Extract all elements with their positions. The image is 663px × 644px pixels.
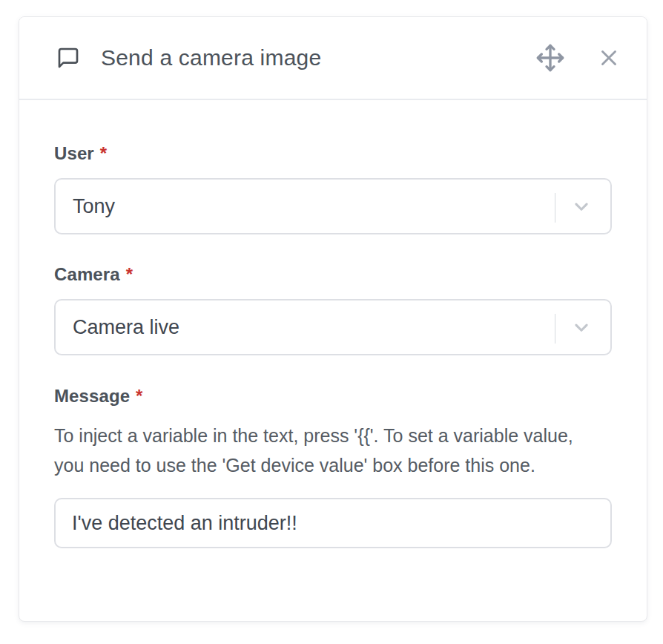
message-label-text: Message [54,386,130,406]
camera-select-value: Camera live [73,316,179,339]
speech-bubble-icon [56,46,80,70]
camera-select[interactable]: Camera live [54,299,612,355]
camera-field: Camera* Camera live [54,264,612,355]
required-asterisk: * [136,386,142,406]
camera-label-text: Camera [54,264,120,284]
user-label-text: User [54,143,94,163]
move-handle-icon[interactable] [535,43,565,73]
message-field: Message* To inject a variable in the tex… [54,386,612,548]
user-select[interactable]: Tony [54,178,612,234]
required-asterisk: * [100,143,107,163]
chevron-down-icon [569,194,594,219]
user-select-value: Tony [73,195,115,218]
message-label: Message* [54,386,612,407]
dialog-header: Send a camera image [19,17,647,100]
user-label: User* [54,143,612,164]
select-divider [555,314,555,344]
send-camera-image-dialog: Send a camera image User* Tony [19,16,647,622]
close-icon[interactable] [596,45,621,70]
user-field: User* Tony [54,143,612,234]
camera-label: Camera* [54,264,612,285]
dialog-title: Send a camera image [101,45,535,70]
chevron-down-icon [569,315,594,340]
required-asterisk: * [126,264,133,284]
dialog-body: User* Tony Camera* Camera live [19,100,647,548]
message-input[interactable] [54,498,612,548]
select-divider [555,193,555,223]
message-helper-text: To inject a variable in the text, press … [54,421,607,480]
